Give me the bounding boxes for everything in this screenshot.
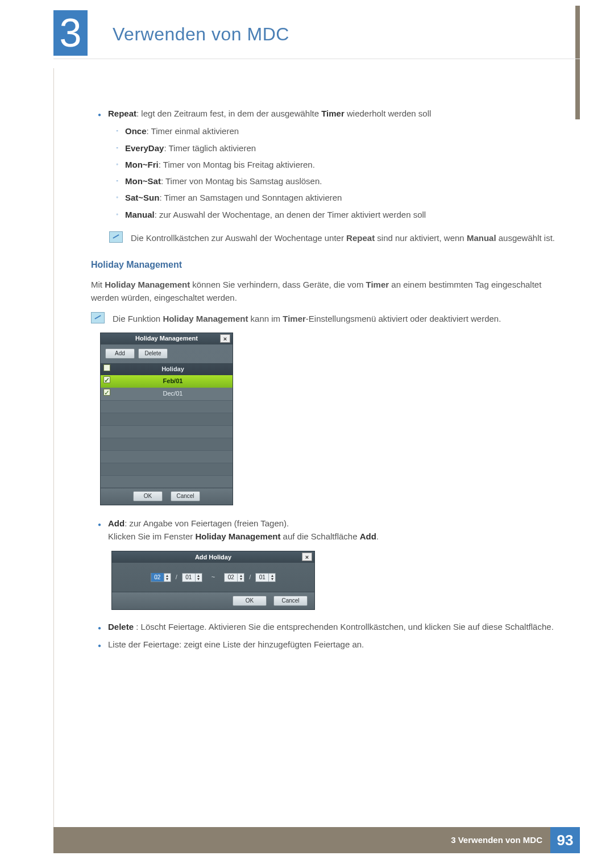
sq-bullet-icon: ▫ [109,208,125,221]
note-icon [91,312,105,323]
to-day-stepper[interactable]: 01▴▾ [255,573,276,582]
bullet-icon: ● [91,638,108,651]
slash-separator: / [249,572,251,582]
cancel-button[interactable]: Cancel [171,491,200,501]
table-header: Holiday [101,364,233,375]
sq-bullet-icon: ▫ [109,142,125,155]
table-row-empty [101,400,233,413]
table-row-empty [101,413,233,425]
dialog-add-holiday: Add Holiday × 02▴▾ / 01▴▾ ~ 02▴▾ / 01▴▾ … [111,551,315,610]
checkbox-icon[interactable] [103,364,110,371]
note-text: Die Kontrollkästchen zur Auswahl der Woc… [131,231,569,244]
dialog-holiday-management: Holiday Management × Add Delete Holiday … [100,333,233,505]
row-date: Dec/01 [113,389,233,398]
content-area: ● Repeat: legt den Zeitraum fest, in dem… [91,107,569,656]
ok-button[interactable]: OK [233,596,267,606]
sq-bullet-icon: ▫ [109,124,125,138]
ok-button[interactable]: OK [133,491,163,501]
checkbox-icon[interactable] [103,389,110,396]
cancel-button[interactable]: Cancel [273,596,308,606]
close-button[interactable]: × [302,553,312,561]
bullet-text: Delete : Löscht Feiertage. Aktivieren Si… [108,620,569,633]
tilde-separator: ~ [207,572,219,582]
header-check-cell[interactable] [101,364,113,374]
sq-bullet-icon: ▫ [109,175,125,188]
spinner-arrows-icon[interactable]: ▴▾ [164,574,171,582]
sq-bullet-icon: ▫ [109,158,125,171]
table-row[interactable]: Feb/01 [101,375,233,388]
dialog-footer: OK Cancel [101,488,233,505]
from-month-stepper[interactable]: 02▴▾ [151,573,171,582]
dialog-toolbar: Add Delete [101,344,233,364]
sub-monsat: ▫Mon~Sat: Timer von Montag bis Samstag a… [109,175,569,188]
dialog-title: Add Holiday [195,553,231,562]
bullet-text: Repeat: legt den Zeitraum fest, in dem d… [108,107,569,120]
bullet-icon: ● [91,620,108,633]
table-row-empty [101,475,233,488]
dialog-footer: OK Cancel [112,592,314,609]
spinner-arrows-icon[interactable]: ▴▾ [195,574,202,582]
dialog-titlebar: Holiday Management × [101,333,233,344]
dialog-titlebar: Add Holiday × [112,551,314,563]
sub-monfri: ▫Mon~Fri: Timer von Montag bis Freitag a… [109,158,569,171]
from-day-stepper[interactable]: 01▴▾ [182,573,202,582]
para-holiday-management: Mit Holiday Management können Sie verhin… [91,278,569,305]
bullet-icon: ● [91,517,108,543]
row-check-cell[interactable] [101,389,113,398]
sub-satsun: ▫Sat~Sun: Timer an Samstagen und Sonntag… [109,191,569,204]
dialog-title: Holiday Management [135,334,198,343]
slash-separator: / [176,572,177,582]
table-row-empty [101,425,233,438]
bullet-text: Add: zur Angabe von Feiertagen (freien T… [108,517,569,543]
table-row-empty [101,450,233,463]
delete-button[interactable]: Delete [138,348,168,359]
note-repeat-manual: Die Kontrollkästchen zur Auswahl der Woc… [91,231,569,244]
left-rule [53,68,54,843]
table-row[interactable]: Dec/01 [101,388,233,400]
table-row-empty [101,438,233,450]
row-date: Feb/01 [113,376,233,386]
sub-everyday: ▫EveryDay: Timer täglich aktivieren [109,142,569,155]
footer-label: 3 Verwenden von MDC [451,833,550,846]
bullet-add: ● Add: zur Angabe von Feiertagen (freien… [91,517,569,543]
bullet-repeat: ● Repeat: legt den Zeitraum fest, in dem… [91,107,569,120]
row-check-cell[interactable] [101,376,113,386]
sub-manual: ▫Manual: zur Auswahl der Wochentage, an … [109,208,569,221]
add-button[interactable]: Add [105,348,135,359]
note-hm-timer-menu: Die Funktion Holiday Management kann im … [91,312,569,325]
repeat-sublist: ▫Once: Timer einmal aktivieren ▫EveryDay… [91,124,569,221]
table-row-empty [101,463,233,475]
checkbox-icon[interactable] [103,376,110,383]
empty-rows [101,400,233,488]
bullet-icon: ● [91,107,108,120]
note-text: Die Funktion Holiday Management kann im … [113,312,569,325]
bullet-delete: ● Delete : Löscht Feiertage. Aktivieren … [91,620,569,633]
spinner-arrows-icon[interactable]: ▴▾ [237,574,244,582]
bullet-text: Liste der Feiertage: zeigt eine Liste de… [108,638,569,651]
heading-holiday-management: Holiday Management [91,258,569,272]
sub-once: ▫Once: Timer einmal aktivieren [109,124,569,138]
spinner-arrows-icon[interactable]: ▴▾ [268,574,275,582]
to-month-stepper[interactable]: 02▴▾ [224,573,244,582]
close-button[interactable]: × [220,334,230,343]
header-holiday: Holiday [113,364,233,374]
page-footer: 3 Verwenden von MDC 93 [53,827,580,853]
page-title: Verwenden von MDC [113,20,289,49]
add-holiday-body: 02▴▾ / 01▴▾ ~ 02▴▾ / 01▴▾ [112,563,314,592]
note-icon [109,231,123,243]
bullet-holiday-list: ● Liste der Feiertage: zeigt eine Liste … [91,638,569,651]
label-repeat: Repeat [108,109,136,118]
page-number: 93 [550,827,580,853]
sq-bullet-icon: ▫ [109,191,125,204]
